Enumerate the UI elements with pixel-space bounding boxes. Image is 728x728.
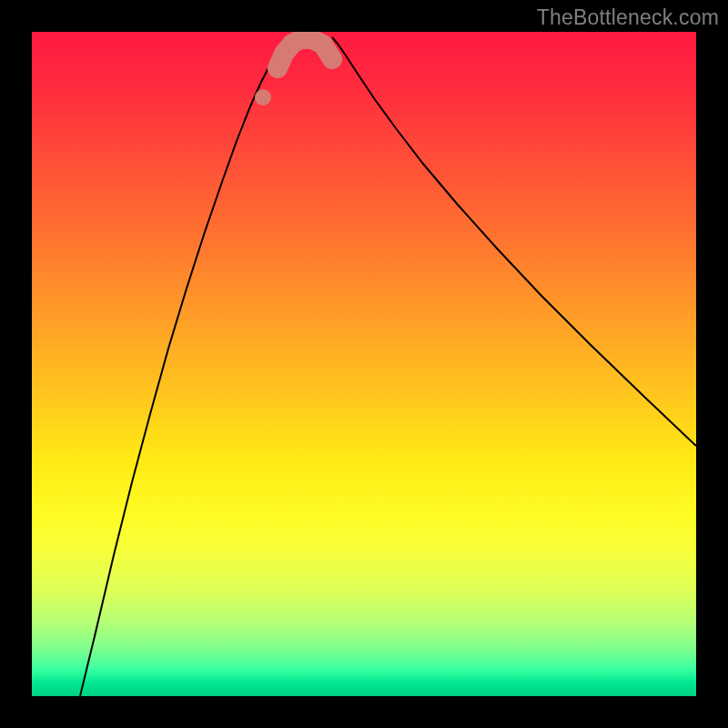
curve-layer [32, 32, 696, 696]
curve-left [80, 38, 288, 696]
chart-frame: TheBottleneck.com [0, 0, 728, 728]
marker-left-dot [255, 89, 271, 106]
plot-area [32, 32, 696, 696]
markers-dip [278, 39, 332, 68]
curve-group [80, 37, 696, 696]
watermark-text: TheBottleneck.com [537, 5, 719, 30]
curve-right [332, 37, 696, 446]
